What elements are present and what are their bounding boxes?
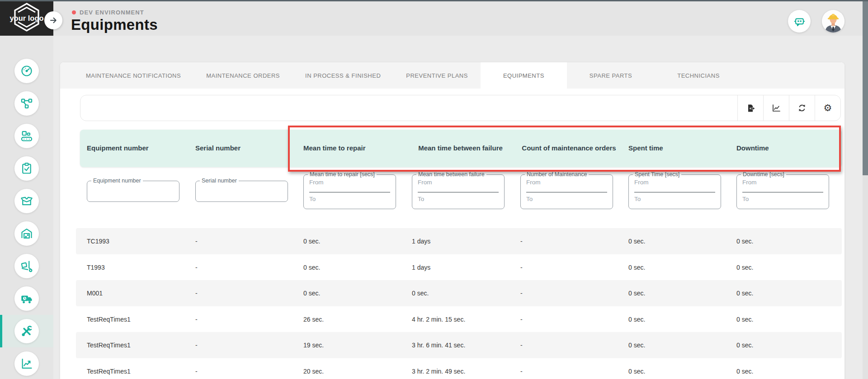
column-header-downtime[interactable]: Downtime bbox=[736, 130, 834, 167]
table-row[interactable]: TestReqTimes1 - 19 sec. 3 hr. 6 min. 41 … bbox=[76, 332, 842, 358]
cell-downtime: 0 sec. bbox=[736, 254, 832, 281]
chart-icon bbox=[772, 103, 781, 112]
tab-equipments[interactable]: EQUIPMENTS bbox=[481, 62, 567, 89]
filter-mttr-from-input[interactable] bbox=[309, 179, 390, 186]
vertical-scrollbar[interactable] bbox=[863, 0, 868, 379]
cell-count-of-maintenance-orders: - bbox=[520, 332, 616, 358]
filter-count-to-input[interactable] bbox=[526, 196, 607, 202]
sidebar-item-logistics[interactable] bbox=[14, 254, 39, 278]
open-box-icon bbox=[20, 195, 33, 207]
filter-spent-time[interactable]: Spent Time [secs] bbox=[628, 174, 721, 209]
delivery-truck-icon bbox=[20, 292, 33, 305]
page-title: Equipments bbox=[71, 16, 158, 33]
filter-downtime[interactable]: Downtime [secs] bbox=[736, 174, 829, 209]
cell-spent-time: 0 sec. bbox=[628, 228, 724, 254]
filter-number-of-maintenance[interactable]: Number of Maintenance bbox=[520, 174, 613, 209]
filter-equipment-number-input[interactable] bbox=[93, 187, 174, 193]
filter-spent-from-input[interactable] bbox=[634, 179, 715, 186]
filter-mtbf-from-input[interactable] bbox=[418, 179, 499, 186]
column-header-count-of-maintenance-orders[interactable]: Count of maintenance orders bbox=[520, 130, 618, 167]
filter-downtime-from-input[interactable] bbox=[742, 179, 823, 186]
cell-serial-number: - bbox=[195, 332, 291, 358]
filter-label: Spent Time [secs] bbox=[633, 171, 681, 178]
cell-spent-time: 0 sec. bbox=[628, 332, 724, 358]
filter-downtime-to-input[interactable] bbox=[742, 196, 823, 202]
column-header-mean-time-between-failure[interactable]: Mean time between failure bbox=[412, 130, 509, 167]
tab-technicians[interactable]: TECHNICIANS bbox=[655, 62, 742, 89]
pallet-truck-icon bbox=[20, 260, 33, 272]
filter-mtbf-to-input[interactable] bbox=[418, 196, 499, 202]
filter-spent-to-input[interactable] bbox=[634, 196, 715, 202]
column-header-equipment-number[interactable]: Equipment number bbox=[87, 130, 184, 167]
tab-maintenance-notifications[interactable]: MAINTENANCE NOTIFICATIONS bbox=[73, 62, 193, 89]
filter-equipment-number[interactable]: Equipment number bbox=[87, 181, 179, 202]
cell-mean-time-to-repair: 20 sec. bbox=[303, 358, 399, 379]
table-row[interactable]: TestReqTimes1 - 20 sec. 3 hr. 2 min. 49 … bbox=[76, 358, 842, 379]
settings-button[interactable]: ⚙ bbox=[815, 95, 840, 121]
tab-spare-parts[interactable]: SPARE PARTS bbox=[567, 62, 655, 89]
cell-count-of-maintenance-orders: - bbox=[520, 306, 616, 332]
table-row[interactable]: T1993 - 0 sec. 1 days - 0 sec. 0 sec. bbox=[76, 254, 842, 281]
cell-count-of-maintenance-orders: - bbox=[520, 358, 616, 379]
range-divider bbox=[634, 192, 715, 192]
cell-equipment-number: TestReqTimes1 bbox=[87, 358, 183, 379]
table-row[interactable]: TestReqTimes1 - 26 sec. 4 hr. 2 min. 15 … bbox=[76, 306, 842, 332]
tab-maintenance-orders[interactable]: MAINTENANCE ORDERS bbox=[193, 62, 292, 89]
table-header-row: Equipment number Serial number Mean time… bbox=[80, 130, 842, 167]
tab-in-process-finished[interactable]: IN PROCESS & FINISHED bbox=[292, 62, 393, 89]
logo-text: your logo bbox=[9, 14, 43, 22]
sidebar-item-production[interactable] bbox=[14, 124, 39, 148]
cell-count-of-maintenance-orders: - bbox=[520, 280, 616, 306]
cell-spent-time: 0 sec. bbox=[628, 280, 724, 306]
sidebar-item-analytics[interactable] bbox=[14, 351, 39, 376]
gear-icon: ⚙ bbox=[824, 103, 832, 113]
cell-mean-time-to-repair: 0 sec. bbox=[303, 280, 399, 306]
engineer-avatar-icon bbox=[822, 10, 844, 33]
chart-view-button[interactable] bbox=[763, 95, 789, 121]
table-row[interactable]: TC1993 - 0 sec. 1 days - 0 sec. 0 sec. bbox=[76, 228, 842, 254]
sidebar-item-warehouse[interactable] bbox=[14, 221, 39, 246]
sidebar-item-tasks[interactable] bbox=[14, 156, 39, 181]
global-filter-area[interactable] bbox=[80, 95, 737, 121]
column-header-mean-time-to-repair[interactable]: Mean time to repair bbox=[303, 130, 401, 167]
filter-mttr-to-input[interactable] bbox=[309, 196, 390, 202]
cell-mean-time-to-repair: 0 sec. bbox=[303, 228, 399, 254]
sidebar-item-spare-parts[interactable] bbox=[14, 189, 39, 213]
cell-mean-time-between-failure: 4 hr. 2 min. 15 sec. bbox=[412, 306, 508, 332]
filter-count-from-input[interactable] bbox=[526, 179, 607, 186]
sidebar-item-transport[interactable] bbox=[14, 286, 39, 311]
cell-downtime: 0 sec. bbox=[736, 228, 832, 254]
chatbot-icon bbox=[793, 15, 806, 28]
filter-label: Downtime [secs] bbox=[741, 171, 786, 178]
sidebar bbox=[0, 36, 53, 379]
refresh-button[interactable] bbox=[789, 95, 815, 121]
cell-downtime: 0 sec. bbox=[736, 332, 832, 358]
scrollbar-thumb[interactable] bbox=[863, 0, 868, 175]
export-button[interactable] bbox=[737, 95, 763, 121]
tab-preventive-plans[interactable]: PREVENTIVE PLANS bbox=[393, 62, 481, 89]
filter-serial-number[interactable]: Serial number bbox=[195, 181, 288, 202]
range-divider bbox=[742, 192, 823, 192]
sidebar-item-maintenance[interactable] bbox=[14, 319, 39, 343]
filter-serial-number-input[interactable] bbox=[201, 187, 282, 193]
sidebar-item-dashboard[interactable] bbox=[14, 59, 39, 83]
cell-mean-time-between-failure: 1 days bbox=[412, 254, 508, 281]
user-avatar[interactable] bbox=[822, 10, 844, 33]
filter-mean-time-between-failure[interactable]: Mean time between failure bbox=[412, 174, 505, 209]
column-header-spent-time[interactable]: Spent time bbox=[628, 130, 726, 167]
filter-label: Number of Maintenance bbox=[525, 171, 589, 178]
workflow-icon bbox=[20, 97, 33, 110]
cell-mean-time-between-failure: 3 hr. 6 min. 41 sec. bbox=[412, 332, 508, 358]
filter-mean-time-to-repair[interactable]: Mean time to repair [secs] bbox=[303, 174, 396, 209]
column-header-serial-number[interactable]: Serial number bbox=[195, 130, 292, 167]
refresh-icon bbox=[797, 103, 807, 112]
env-dot-icon bbox=[72, 10, 76, 14]
sidebar-item-hierarchy[interactable] bbox=[14, 91, 39, 116]
sidebar-active-bar bbox=[0, 315, 2, 347]
cell-equipment-number: T1993 bbox=[87, 254, 183, 281]
filter-label: Mean time to repair [secs] bbox=[308, 171, 377, 178]
sidebar-collapse-button[interactable] bbox=[44, 11, 62, 29]
production-line-icon bbox=[20, 130, 33, 142]
table-row[interactable]: M001 - 0 sec. 0 sec. - 0 sec. 0 sec. bbox=[76, 280, 842, 306]
chatbot-button[interactable] bbox=[788, 10, 811, 33]
